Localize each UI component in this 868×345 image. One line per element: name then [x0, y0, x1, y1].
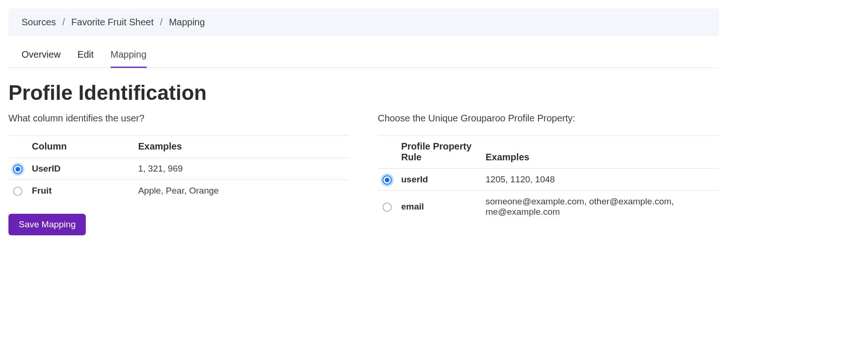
property-name: userId	[397, 169, 481, 191]
table-row: Fruit Apple, Pear, Orange	[8, 180, 350, 202]
question-right: Choose the Unique Grouparoo Profile Prop…	[378, 113, 719, 124]
table-row: UserID 1, 321, 969	[8, 158, 350, 180]
breadcrumb-link-sources[interactable]: Sources	[22, 17, 56, 27]
column-profile-property: Choose the Unique Grouparoo Profile Prop…	[378, 113, 719, 235]
column-name: UserID	[27, 158, 134, 180]
property-examples: 1205, 1120, 1048	[481, 169, 719, 191]
save-mapping-button[interactable]: Save Mapping	[8, 214, 86, 235]
tab-edit[interactable]: Edit	[77, 45, 93, 68]
breadcrumb-separator: /	[160, 17, 163, 27]
table-header-radio	[8, 135, 27, 158]
radio-userid[interactable]	[13, 165, 22, 174]
table-row: userId 1205, 1120, 1048	[378, 169, 719, 191]
tab-overview[interactable]: Overview	[22, 45, 60, 68]
radio-userid-property[interactable]	[382, 175, 392, 185]
source-columns-table: Column Examples UserID 1, 321, 969 Fruit…	[8, 135, 350, 202]
property-name: email	[397, 191, 481, 223]
table-header-column: Column	[27, 135, 134, 158]
breadcrumb-link-source-name[interactable]: Favorite Fruit Sheet	[71, 17, 154, 27]
column-examples: Apple, Pear, Orange	[134, 180, 350, 202]
table-header-examples: Examples	[134, 135, 350, 158]
page-title: Profile Identification	[8, 81, 719, 105]
breadcrumb: Sources / Favorite Fruit Sheet / Mapping	[8, 8, 719, 36]
table-header-radio	[378, 135, 397, 169]
column-examples: 1, 321, 969	[134, 158, 350, 180]
tab-mapping[interactable]: Mapping	[111, 45, 147, 68]
radio-fruit[interactable]	[13, 187, 22, 196]
tabs: Overview Edit Mapping	[8, 45, 719, 68]
profile-property-table: Profile Property Rule Examples userId 12…	[378, 135, 719, 223]
property-examples: someone@example.com, other@example.com, …	[481, 191, 719, 223]
column-name: Fruit	[27, 180, 134, 202]
question-left: What column identifies the user?	[8, 113, 350, 124]
content: Profile Identification What column ident…	[0, 68, 727, 244]
column-source-mapping: What column identifies the user? Column …	[8, 113, 350, 235]
table-header-property-rule: Profile Property Rule	[397, 135, 481, 169]
radio-email-property[interactable]	[382, 202, 392, 212]
breadcrumb-current: Mapping	[169, 17, 205, 27]
two-column-layout: What column identifies the user? Column …	[8, 113, 719, 235]
table-row: email someone@example.com, other@example…	[378, 191, 719, 223]
breadcrumb-separator: /	[62, 17, 65, 27]
table-header-examples: Examples	[481, 135, 719, 169]
